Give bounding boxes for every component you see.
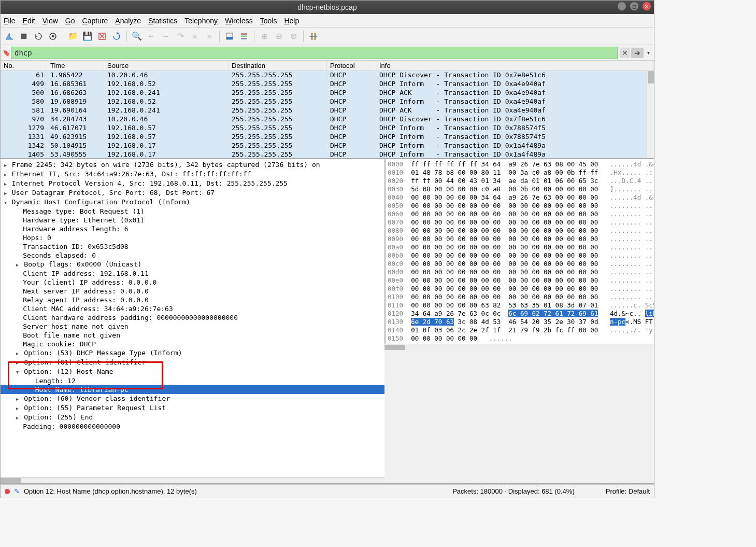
hex-hscrollbar[interactable]: [384, 344, 654, 350]
packet-row[interactable]: 50016.686263192.168.0.241255.255.255.255…: [1, 89, 654, 97]
packet-details-pane[interactable]: ▸ Frame 2245: 342 bytes on wire (2736 bi…: [1, 159, 384, 477]
open-file-icon[interactable]: 📁: [66, 30, 80, 43]
hex-row[interactable]: 0110 00 00 00 00 00 00 63 82 53 63 35 01…: [388, 301, 652, 310]
menu-analyze[interactable]: Analyze: [115, 17, 141, 25]
save-file-icon[interactable]: 💾: [81, 30, 94, 43]
menubar: File Edit View Go Capture Analyze Statis…: [1, 14, 654, 27]
jump-icon[interactable]: ↷: [174, 30, 187, 43]
hex-row[interactable]: 0040 00 00 00 00 00 00 34 64 a9 26 7e 63…: [388, 193, 652, 202]
minimize-icon[interactable]: —: [618, 2, 626, 10]
hex-row[interactable]: 0060 00 00 00 00 00 00 00 00 00 00 00 00…: [388, 210, 652, 218]
hex-row[interactable]: 0140 01 0f 03 06 2c 2e 2f 1f 21 79 f9 2b…: [388, 326, 652, 334]
colorize-icon[interactable]: [237, 30, 251, 43]
display-filter-input[interactable]: [11, 47, 618, 59]
stop-capture-icon[interactable]: [17, 30, 31, 43]
packet-row[interactable]: 58119.690164192.168.0.241255.255.255.255…: [1, 106, 654, 115]
hex-row[interactable]: 0100 00 00 00 00 00 00 00 00 00 00 00 00…: [388, 293, 652, 301]
svg-rect-8: [241, 38, 247, 39]
svg-rect-6: [241, 33, 247, 35]
col-info: Info: [376, 61, 654, 71]
hex-row[interactable]: 0050 00 00 00 00 00 00 00 00 00 00 00 00…: [388, 202, 652, 210]
col-source: Source: [104, 61, 229, 71]
menu-capture[interactable]: Capture: [82, 17, 108, 25]
goto-first-icon[interactable]: «: [188, 30, 202, 43]
col-time: Time: [47, 61, 104, 71]
zoom-out-icon[interactable]: ⊖: [272, 30, 286, 43]
statusbar: ✎ Option 12: Host Name (dhcp.option.host…: [1, 484, 654, 498]
clear-filter-icon[interactable]: ✕: [620, 48, 630, 58]
menu-file[interactable]: File: [4, 17, 16, 25]
menu-tools[interactable]: Tools: [260, 17, 277, 25]
find-icon[interactable]: 🔍: [130, 30, 144, 43]
menu-view[interactable]: View: [42, 17, 58, 25]
packet-row[interactable]: 127946.617071192.168.0.57255.255.255.255…: [1, 124, 654, 133]
reload-icon[interactable]: [110, 30, 123, 43]
menu-help[interactable]: Help: [284, 17, 299, 25]
window-title: dhcp-netbios.pcap: [297, 3, 356, 11]
prev-icon[interactable]: ←: [145, 30, 158, 43]
packet-row[interactable]: 611.96542210.20.0.46255.255.255.255DHCPD…: [1, 71, 654, 80]
hex-row[interactable]: 0020 ff ff 00 44 00 43 01 34 ae da 01 01…: [388, 177, 652, 185]
status-profile[interactable]: Profile: Default: [606, 487, 650, 495]
hex-row[interactable]: 00f0 00 00 00 00 00 00 00 00 00 00 00 00…: [388, 285, 652, 293]
restart-capture-icon[interactable]: [32, 30, 45, 43]
packet-bytes-pane[interactable]: 0000 ff ff ff ff ff ff 34 64 a9 26 7e 63…: [384, 159, 654, 344]
capture-file-icon[interactable]: ✎: [14, 487, 20, 495]
col-no: No.: [1, 61, 47, 71]
selected-field-hostname: Host Name: librarian-pc: [1, 385, 384, 394]
hex-row[interactable]: 0010 01 48 78 b8 00 00 80 11 00 3a c0 a8…: [388, 169, 652, 177]
svg-rect-7: [241, 35, 247, 37]
shark-fin-icon[interactable]: [3, 30, 16, 43]
hex-row[interactable]: 0030 5d 08 00 00 00 00 c0 a8 00 0b 00 00…: [388, 185, 652, 193]
packet-row[interactable]: 140553.490555192.168.0.17255.255.255.255…: [1, 150, 654, 159]
resize-columns-icon[interactable]: [307, 30, 320, 43]
next-icon[interactable]: →: [159, 30, 173, 43]
hex-row[interactable]: 00d0 00 00 00 00 00 00 00 00 00 00 00 00…: [388, 268, 652, 276]
hex-row[interactable]: 00c0 00 00 00 00 00 00 00 00 00 00 00 00…: [388, 260, 652, 268]
packet-row[interactable]: 49916.685361192.168.0.52255.255.255.255D…: [1, 80, 654, 89]
status-packets: Packets: 180000 · Displayed: 681 (0.4%): [452, 487, 575, 495]
goto-last-icon[interactable]: »: [203, 30, 216, 43]
packet-list-header[interactable]: No. Time Source Destination Protocol Inf…: [1, 61, 654, 71]
close-file-icon[interactable]: [95, 30, 109, 43]
hex-row[interactable]: 00e0 00 00 00 00 00 00 00 00 00 00 00 00…: [388, 276, 652, 285]
hex-row[interactable]: 0080 00 00 00 00 00 00 00 00 00 00 00 00…: [388, 227, 652, 235]
autoscroll-icon[interactable]: [223, 30, 236, 43]
packet-row[interactable]: 58019.688919192.168.0.52255.255.255.255D…: [1, 97, 654, 106]
hex-row[interactable]: 0150 00 00 00 00 00 00 ......: [388, 334, 652, 343]
packet-list-scrollbar[interactable]: [647, 71, 654, 158]
packet-list-pane: No. Time Source Destination Protocol Inf…: [1, 61, 654, 159]
packet-row[interactable]: 134250.104915192.168.0.17255.255.255.255…: [1, 142, 654, 150]
options-icon[interactable]: [46, 30, 60, 43]
packet-row[interactable]: 133149.623915192.168.0.57255.255.255.255…: [1, 133, 654, 142]
detail-hscrollbar[interactable]: [1, 477, 384, 483]
apply-filter-icon[interactable]: ➔: [631, 48, 644, 58]
menu-telephony[interactable]: Telephony: [184, 17, 218, 25]
maximize-icon[interactable]: ◻: [630, 2, 638, 10]
hex-row[interactable]: 00a0 00 00 00 00 00 00 00 00 00 00 00 00…: [388, 243, 652, 251]
svg-rect-5: [226, 37, 233, 39]
toolbar: 📁 💾 🔍 ← → ↷ « » ⊕ ⊖ ⊜: [1, 27, 654, 45]
svg-rect-0: [21, 33, 27, 39]
hex-row[interactable]: 0120 34 64 a9 26 7e 63 0c 0c 6c 69 62 72…: [388, 310, 652, 318]
hex-row[interactable]: 0130 6e 2d 70 63 3c 08 4d 53 46 54 20 35…: [388, 318, 652, 326]
hex-row[interactable]: 0000 ff ff ff ff ff ff 34 64 a9 26 7e 63…: [388, 160, 652, 169]
menu-statistics[interactable]: Statistics: [148, 17, 177, 25]
menu-edit[interactable]: Edit: [23, 17, 35, 25]
expert-info-icon[interactable]: [5, 489, 10, 494]
bookmark-icon[interactable]: 🔖: [3, 49, 9, 57]
zoom-in-icon[interactable]: ⊕: [258, 30, 271, 43]
close-icon[interactable]: ✕: [643, 2, 651, 10]
filter-dropdown-icon[interactable]: ▾: [645, 48, 652, 58]
hex-row[interactable]: 0090 00 00 00 00 00 00 00 00 00 00 00 00…: [388, 235, 652, 243]
zoom-reset-icon[interactable]: ⊜: [287, 30, 300, 43]
menu-go[interactable]: Go: [65, 17, 75, 25]
hex-row[interactable]: 00b0 00 00 00 00 00 00 00 00 00 00 00 00…: [388, 251, 652, 260]
titlebar: dhcp-netbios.pcap — ◻ ✕: [1, 1, 654, 14]
col-proto: Protocol: [327, 61, 376, 71]
col-dest: Destination: [229, 61, 327, 71]
filter-bar: 🔖 ✕ ➔ ▾: [1, 45, 654, 61]
packet-row[interactable]: 97034.28474310.20.0.46255.255.255.255DHC…: [1, 115, 654, 124]
hex-row[interactable]: 0070 00 00 00 00 00 00 00 00 00 00 00 00…: [388, 218, 652, 227]
menu-wireless[interactable]: Wireless: [225, 17, 253, 25]
